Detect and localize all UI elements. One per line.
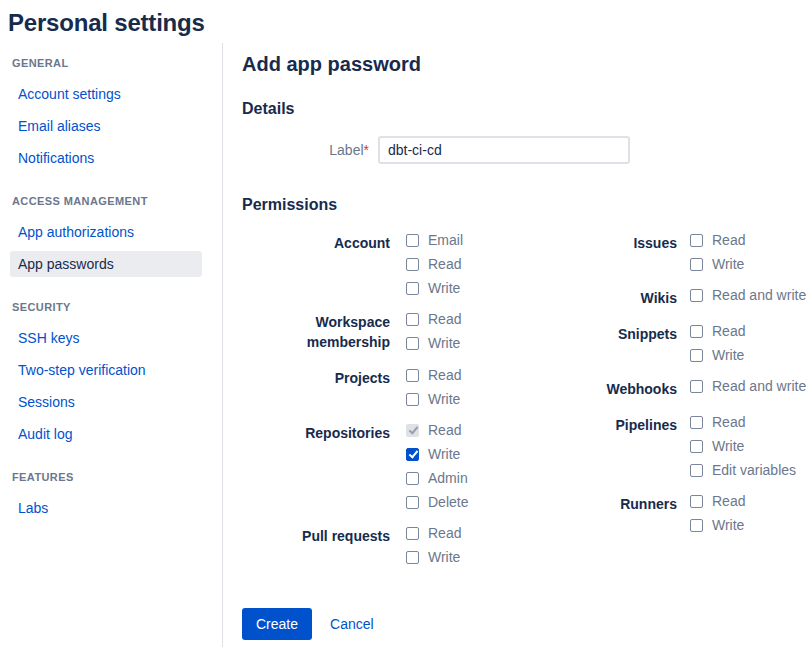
form-title: Add app password xyxy=(242,53,808,76)
form-actions: Create Cancel xyxy=(242,608,808,640)
checkbox-box[interactable] xyxy=(406,369,419,382)
checkbox-label: Email xyxy=(428,232,463,248)
checkbox-workspace-membership-write[interactable]: Write xyxy=(406,335,560,351)
sidebar-item-email-aliases[interactable]: Email aliases xyxy=(10,113,202,139)
checkbox-label: Write xyxy=(428,446,460,462)
sidebar-item-app-authorizations[interactable]: App authorizations xyxy=(10,219,202,245)
checkbox-pipelines-edit-variables[interactable]: Edit variables xyxy=(690,462,808,478)
checkbox-label: Read xyxy=(712,493,745,509)
checkbox-projects-write[interactable]: Write xyxy=(406,391,560,407)
checkbox-box[interactable] xyxy=(406,282,419,295)
sidebar-header-security: SECURITY xyxy=(12,301,202,313)
sidebar-item-audit-log[interactable]: Audit log xyxy=(10,421,202,447)
checkbox-label: Write xyxy=(428,549,460,565)
checkbox-label: Read and write xyxy=(712,287,806,303)
permissions-column-left: Account Email Read xyxy=(242,232,560,580)
sidebar-item-two-step-verification[interactable]: Two-step verification xyxy=(10,357,202,383)
checkbox-box[interactable] xyxy=(690,380,703,393)
checkbox-box[interactable] xyxy=(690,289,703,302)
checkbox-pipelines-read[interactable]: Read xyxy=(690,414,808,430)
checkbox-account-email[interactable]: Email xyxy=(406,232,560,248)
sidebar-item-sessions[interactable]: Sessions xyxy=(10,389,202,415)
permission-group-workspace-membership: Workspace membership Read Write xyxy=(242,311,560,352)
checkbox-box[interactable] xyxy=(690,258,703,271)
sidebar-item-labs[interactable]: Labs xyxy=(10,495,202,521)
page-title: Personal settings xyxy=(8,9,808,37)
checkbox-box[interactable] xyxy=(406,527,419,540)
checkbox-repositories-read: Read xyxy=(406,422,560,438)
checkbox-repositories-admin[interactable]: Admin xyxy=(406,470,560,486)
checkbox-label: Write xyxy=(428,280,460,296)
checkbox-box[interactable] xyxy=(406,337,419,350)
checkbox-snippets-write[interactable]: Write xyxy=(690,347,808,363)
checkbox-box[interactable] xyxy=(406,313,419,326)
checkbox-box[interactable] xyxy=(406,496,419,509)
cancel-link[interactable]: Cancel xyxy=(330,616,374,632)
checkbox-box[interactable] xyxy=(690,440,703,453)
checkbox-webhooks-read-and-write[interactable]: Read and write xyxy=(690,378,808,394)
sidebar-header-access-management: ACCESS MANAGEMENT xyxy=(12,195,202,207)
content-row: GENERAL Account settings Email aliases N… xyxy=(0,43,808,647)
permission-group-label: Runners xyxy=(560,493,677,533)
permission-group-runners: Runners Read Write xyxy=(560,493,808,533)
checkbox-label: Admin xyxy=(428,470,468,486)
create-button[interactable]: Create xyxy=(242,608,312,640)
sidebar-item-account-settings[interactable]: Account settings xyxy=(10,81,202,107)
checkbox-box[interactable] xyxy=(690,519,703,532)
permission-group-webhooks: Webhooks Read and write xyxy=(560,378,808,399)
permission-group-label: Webhooks xyxy=(560,378,677,399)
checkbox-label: Write xyxy=(428,335,460,351)
label-field-label-text: Label xyxy=(329,142,363,158)
checkbox-label: Read xyxy=(428,525,461,541)
checkbox-projects-read[interactable]: Read xyxy=(406,367,560,383)
details-section: Details Label* xyxy=(242,100,808,164)
permission-group-repositories: Repositories Read Write xyxy=(242,422,560,510)
checkbox-runners-read[interactable]: Read xyxy=(690,493,808,509)
checkbox-box[interactable] xyxy=(406,472,419,485)
checkbox-box[interactable] xyxy=(690,234,703,247)
checkbox-box[interactable] xyxy=(690,495,703,508)
checkbox-box[interactable] xyxy=(406,551,419,564)
checkbox-label: Read xyxy=(428,256,461,272)
checkbox-box[interactable] xyxy=(690,464,703,477)
checkbox-box[interactable] xyxy=(406,448,419,461)
checkbox-snippets-read[interactable]: Read xyxy=(690,323,808,339)
checkbox-label: Read xyxy=(428,367,461,383)
checkbox-label: Write xyxy=(712,256,744,272)
checkbox-repositories-write[interactable]: Write xyxy=(406,446,560,462)
checkbox-account-write[interactable]: Write xyxy=(406,280,560,296)
permission-group-pull-requests: Pull requests Read Write xyxy=(242,525,560,565)
details-heading: Details xyxy=(242,100,808,118)
sidebar-header-general: GENERAL xyxy=(12,57,202,69)
permissions-heading: Permissions xyxy=(242,196,808,214)
checkbox-box[interactable] xyxy=(690,325,703,338)
checkbox-label: Read xyxy=(428,422,461,438)
checkbox-issues-write[interactable]: Write xyxy=(690,256,808,272)
permission-group-projects: Projects Read Write xyxy=(242,367,560,407)
checkbox-pull-requests-read[interactable]: Read xyxy=(406,525,560,541)
checkbox-workspace-membership-read[interactable]: Read xyxy=(406,311,560,327)
page-header: Personal settings xyxy=(0,0,808,43)
checkbox-issues-read[interactable]: Read xyxy=(690,232,808,248)
checkbox-account-read[interactable]: Read xyxy=(406,256,560,272)
checkbox-wikis-read-and-write[interactable]: Read and write xyxy=(690,287,808,303)
checkbox-pipelines-write[interactable]: Write xyxy=(690,438,808,454)
permissions-section: Permissions Account Email xyxy=(242,196,808,580)
checkbox-label: Read xyxy=(428,311,461,327)
checkbox-box[interactable] xyxy=(690,416,703,429)
checkbox-box[interactable] xyxy=(406,234,419,247)
permissions-column-right: Issues Read Write xyxy=(560,232,808,580)
checkbox-repositories-delete[interactable]: Delete xyxy=(406,494,560,510)
sidebar-item-app-passwords[interactable]: App passwords xyxy=(10,251,202,277)
checkbox-runners-write[interactable]: Write xyxy=(690,517,808,533)
checkbox-pull-requests-write[interactable]: Write xyxy=(406,549,560,565)
label-input[interactable] xyxy=(378,136,630,164)
checkbox-box[interactable] xyxy=(406,258,419,271)
sidebar-item-notifications[interactable]: Notifications xyxy=(10,145,202,171)
checkbox-box[interactable] xyxy=(690,349,703,362)
checkbox-label: Write xyxy=(712,347,744,363)
checkbox-box[interactable] xyxy=(406,393,419,406)
label-field-row: Label* xyxy=(242,136,808,164)
sidebar-section-general: GENERAL Account settings Email aliases N… xyxy=(10,57,202,171)
sidebar-item-ssh-keys[interactable]: SSH keys xyxy=(10,325,202,351)
